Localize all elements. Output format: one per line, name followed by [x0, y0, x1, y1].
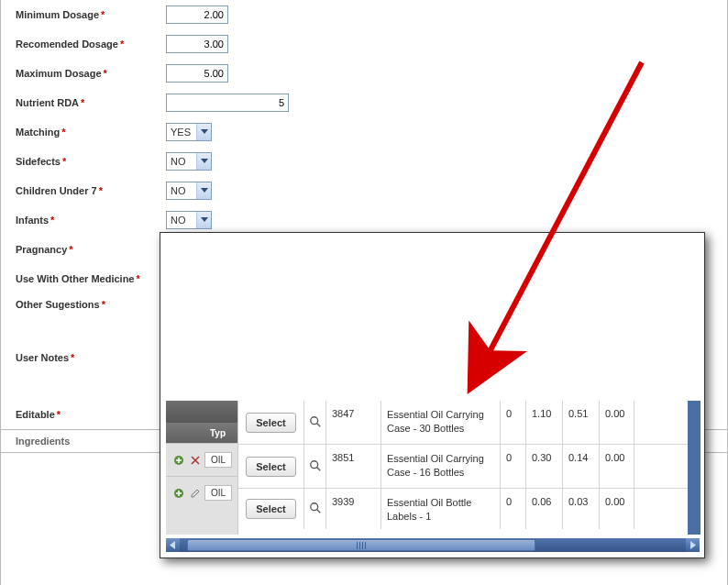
row-matching: Matching* YES — [1, 117, 727, 147]
row-infants: Infants* NO — [1, 205, 727, 235]
label-use-with-other: Use With Other Medicine* — [16, 273, 166, 284]
cell-type: OIL — [204, 485, 232, 501]
input-nutrient-rda[interactable] — [166, 94, 289, 112]
chevron-down-icon — [196, 182, 211, 199]
label-sidefects: Sidefects* — [16, 156, 166, 167]
svg-point-4 — [310, 460, 317, 468]
lookup-cell-n2: 1.10 — [526, 401, 563, 444]
plus-icon[interactable] — [171, 486, 186, 501]
label-user-notes: User Notes* — [16, 352, 166, 363]
lookup-cell-n1: 0 — [501, 489, 526, 529]
select-sidefects[interactable]: NO — [166, 152, 212, 171]
label-min-dosage: Minimum Dosage* — [16, 9, 166, 20]
select-button[interactable]: Select — [246, 413, 295, 433]
col-type-header: Typ — [210, 428, 226, 438]
lookup-cell-code: 3939 — [326, 489, 381, 529]
lookup-cell-name: Essential Oil Carrying Case - 16 Bottles — [381, 445, 501, 488]
label-nutrient-rda: Nutrient RDA* — [16, 97, 166, 108]
vertical-scroll-indicator[interactable] — [688, 401, 700, 535]
lookup-cell-n2: 0.30 — [526, 445, 563, 488]
select-matching[interactable]: YES — [166, 123, 212, 141]
lookup-row: Select 3851 Essential Oil Carrying Case … — [238, 445, 700, 489]
chevron-down-icon — [196, 212, 211, 228]
lookup-cell-n1: 0 — [501, 401, 526, 444]
svg-line-7 — [316, 510, 320, 513]
scroll-thumb[interactable] — [187, 539, 535, 551]
label-editable: Editable* — [16, 409, 166, 420]
magnify-icon[interactable] — [309, 415, 322, 430]
row-nutrient-rda: Nutrient RDA* — [1, 88, 727, 117]
chevron-down-icon — [196, 153, 211, 170]
chevron-down-icon — [196, 124, 211, 140]
scroll-left-icon[interactable] — [166, 538, 180, 552]
row-rec-dosage: Recomended Dosage* — [1, 29, 727, 59]
lookup-cell-n3: 0.14 — [563, 445, 600, 488]
lookup-row: Select 3939 Essential Oil Bottle Labels … — [238, 489, 700, 529]
delete-icon[interactable] — [188, 453, 203, 468]
row-min-dosage: Minimum Dosage* — [1, 0, 727, 29]
label-other-sugestions: Other Sugestions* — [16, 299, 166, 310]
svg-line-3 — [316, 423, 320, 426]
label-children-under-7: Children Under 7* — [16, 185, 166, 196]
label-rec-dosage: Recomended Dosage* — [16, 39, 166, 50]
input-rec-dosage[interactable] — [166, 35, 228, 53]
lookup-cell-n4: 0.00 — [600, 489, 634, 529]
row-children-under-7: Children Under 7* NO — [1, 176, 727, 205]
scroll-right-icon[interactable] — [686, 538, 700, 552]
lookup-row: Select 3847 Essential Oil Carrying Case … — [238, 401, 700, 445]
select-children-under-7[interactable]: NO — [166, 182, 212, 200]
lookup-cell-n3: 0.03 — [563, 489, 600, 529]
lookup-cell-n4: 0.00 — [600, 401, 634, 444]
cell-type: OIL — [204, 452, 232, 468]
lookup-cell-n1: 0 — [501, 445, 526, 488]
svg-point-6 — [310, 503, 317, 511]
plus-icon[interactable] — [171, 453, 186, 468]
row-sidefects: Sidefects* NO — [1, 147, 727, 176]
lookup-cell-code: 3851 — [326, 445, 381, 488]
select-button[interactable]: Select — [246, 457, 295, 477]
input-min-dosage[interactable] — [166, 6, 228, 24]
svg-line-5 — [316, 467, 320, 470]
lookup-cell-code: 3847 — [326, 401, 381, 444]
lookup-popup: Typ OIL OIL Select — [160, 232, 705, 558]
select-infants[interactable]: NO — [166, 211, 212, 229]
magnify-icon[interactable] — [309, 459, 322, 474]
label-infants: Infants* — [16, 215, 166, 226]
section-ingredients-label: Ingredients — [16, 436, 70, 447]
edit-icon[interactable] — [188, 486, 203, 501]
lookup-cell-n2: 0.06 — [526, 489, 563, 529]
label-matching: Matching* — [16, 127, 166, 138]
scroll-track[interactable] — [180, 538, 686, 552]
label-max-dosage: Maximum Dosage* — [16, 68, 166, 79]
lookup-list: Select 3847 Essential Oil Carrying Case … — [237, 401, 700, 535]
horizontal-scrollbar[interactable] — [166, 538, 700, 552]
lookup-cell-n3: 0.51 — [563, 401, 600, 444]
lookup-cell-n4: 0.00 — [600, 445, 634, 488]
lookup-cell-name: Essential Oil Bottle Labels - 1 — [381, 489, 501, 529]
input-max-dosage[interactable] — [166, 64, 228, 83]
row-max-dosage: Maximum Dosage* — [1, 59, 727, 88]
label-pragnancy: Pragnancy* — [16, 244, 166, 255]
select-button[interactable]: Select — [246, 499, 295, 519]
lookup-cell-name: Essential Oil Carrying Case - 30 Bottles — [381, 401, 501, 444]
magnify-icon[interactable] — [309, 502, 322, 516]
svg-point-2 — [310, 416, 317, 424]
